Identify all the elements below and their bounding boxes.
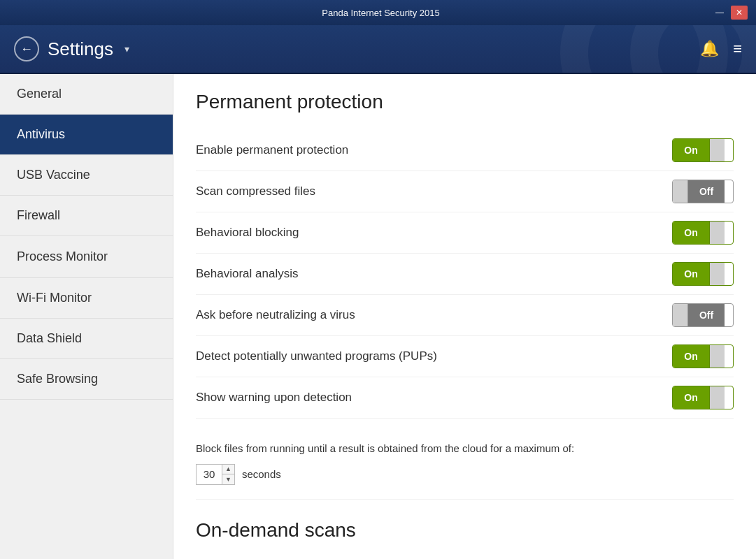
toggle-on-label: On <box>673 222 709 244</box>
toggle-handle <box>709 386 725 409</box>
section2-title: On-demand scans <box>196 519 734 542</box>
sidebar-item-wifi-monitor[interactable]: Wi-Fi Monitor <box>0 278 173 319</box>
label-behavioral-analysis: Behavioral analysis <box>196 267 672 281</box>
row-ask-before-neutralizing: Ask before neutralizing a virus Off <box>196 295 734 336</box>
titlebar-title: Panda Internet Security 2015 <box>50 8 711 18</box>
seconds-label: seconds <box>242 468 281 480</box>
toggle-enable-permanent[interactable]: On <box>672 138 734 162</box>
toggle-on-label: On <box>673 386 709 409</box>
toggle-scan-compressed[interactable]: Off <box>672 180 734 203</box>
toggle-handle <box>709 345 725 368</box>
sidebar-item-process-monitor[interactable]: Process Monitor <box>0 236 173 278</box>
notification-bell-icon[interactable]: 🔔 <box>700 40 719 58</box>
toggle-handle <box>709 263 725 285</box>
block-files-section: Block files from running until a result … <box>196 419 734 500</box>
section1-title: Permanent protection <box>196 91 734 113</box>
toggle-on-label: On <box>673 139 709 161</box>
toggle-handle <box>709 139 725 161</box>
row-behavioral-blocking: Behavioral blocking On <box>196 212 734 254</box>
toggle-handle <box>673 304 688 326</box>
headerbar: ← Settings ▾ 🔔 ≡ <box>0 25 756 74</box>
toggle-handle <box>709 222 725 244</box>
label-show-warning: Show warning upon detection <box>196 391 672 405</box>
titlebar-controls: — ✕ <box>711 6 748 20</box>
arrow-down-button[interactable]: ▼ <box>222 474 234 484</box>
row-behavioral-analysis: Behavioral analysis On <box>196 254 734 295</box>
sidebar-item-firewall[interactable]: Firewall <box>0 196 173 236</box>
sidebar-item-antivirus[interactable]: Antivirus <box>0 115 173 155</box>
arrow-up-button[interactable]: ▲ <box>222 465 234 475</box>
toggle-ask-before-neutralizing[interactable]: Off <box>672 303 734 327</box>
sidebar-item-general[interactable]: General <box>0 74 173 115</box>
content-area: Permanent protection Enable permanent pr… <box>173 74 756 559</box>
main-layout: General Antivirus USB Vaccine Firewall P… <box>0 74 756 559</box>
toggle-handle <box>673 180 688 203</box>
toggle-off-label: Off <box>688 180 725 203</box>
minimize-button[interactable]: — <box>711 6 728 20</box>
label-enable-permanent: Enable permanent protection <box>196 143 672 157</box>
row-scan-compressed: Scan compressed files Off <box>196 171 734 212</box>
block-row: 30 ▲ ▼ seconds <box>196 464 734 485</box>
row-show-warning: Show warning upon detection On <box>196 377 734 419</box>
back-button[interactable]: ← <box>14 36 39 61</box>
toggle-behavioral-blocking[interactable]: On <box>672 221 734 245</box>
toggle-on-label: On <box>673 263 709 285</box>
label-scan-compressed: Scan compressed files <box>196 184 672 198</box>
seconds-value: 30 <box>197 468 222 480</box>
row-enable-permanent: Enable permanent protection On <box>196 130 734 171</box>
settings-dropdown-icon[interactable]: ▾ <box>124 43 129 55</box>
toggle-show-warning[interactable]: On <box>672 386 734 409</box>
close-button[interactable]: ✕ <box>731 6 748 20</box>
page-title: Settings <box>48 38 113 60</box>
toggle-on-label: On <box>673 345 709 368</box>
toggle-detect-pups[interactable]: On <box>672 344 734 368</box>
block-text-label: Block files from running until a result … <box>196 434 734 457</box>
sidebar-item-usb-vaccine[interactable]: USB Vaccine <box>0 155 173 196</box>
sidebar: General Antivirus USB Vaccine Firewall P… <box>0 74 173 559</box>
header-left: ← Settings ▾ <box>14 36 129 61</box>
menu-icon[interactable]: ≡ <box>733 40 742 58</box>
header-right: 🔔 ≡ <box>700 40 742 58</box>
titlebar: Panda Internet Security 2015 — ✕ <box>0 0 756 25</box>
row-detect-pups: Detect potentially unwanted programs (PU… <box>196 336 734 377</box>
sidebar-item-safe-browsing[interactable]: Safe Browsing <box>0 359 173 400</box>
toggle-off-label: Off <box>688 304 725 326</box>
seconds-input[interactable]: 30 ▲ ▼ <box>196 464 235 485</box>
label-ask-before-neutralizing: Ask before neutralizing a virus <box>196 308 672 322</box>
content-inner: Permanent protection Enable permanent pr… <box>173 74 756 559</box>
label-detect-pups: Detect potentially unwanted programs (PU… <box>196 349 672 363</box>
sidebar-item-data-shield[interactable]: Data Shield <box>0 319 173 359</box>
label-behavioral-blocking: Behavioral blocking <box>196 226 672 240</box>
toggle-behavioral-analysis[interactable]: On <box>672 262 734 286</box>
number-arrows: ▲ ▼ <box>222 465 234 484</box>
